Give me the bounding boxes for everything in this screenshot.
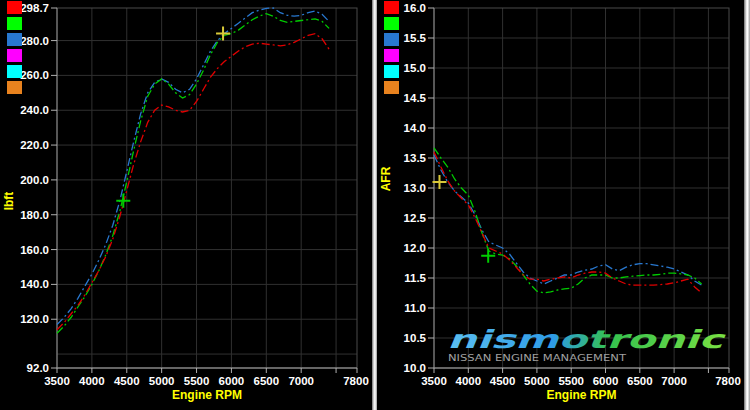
y-tick-label: 16.0 — [404, 2, 426, 14]
x-tick-label: 5000 — [149, 375, 175, 387]
cursor-marker[interactable] — [216, 27, 230, 41]
series-run-red — [434, 152, 702, 293]
legend-swatch[interactable] — [7, 1, 22, 14]
x-tick-label: 6500 — [627, 375, 653, 387]
logo-title: nismotronic — [447, 325, 727, 354]
y-tick-label: 12.5 — [404, 212, 427, 224]
y-tick-label: 10.0 — [404, 362, 426, 374]
afr-chart-panel: 16.015.515.014.514.013.513.012.512.011.5… — [377, 0, 744, 410]
x-tick-label: 4500 — [114, 375, 140, 387]
series-run-blue — [57, 8, 329, 325]
y-tick-label: 14.0 — [404, 122, 426, 134]
y-tick-label: 120.0 — [20, 313, 49, 325]
x-tick-label: 3500 — [44, 375, 70, 387]
legend-swatch[interactable] — [384, 17, 399, 30]
x-tick-label: 5500 — [558, 375, 584, 387]
series-run-blue — [434, 155, 702, 285]
legend-swatch[interactable] — [384, 81, 399, 94]
y-tick-label: 298.7 — [20, 2, 49, 14]
y-tick-label: 240.0 — [20, 104, 49, 116]
legend-swatch[interactable] — [384, 33, 399, 46]
legend-swatch[interactable] — [7, 33, 22, 46]
x-tick-label: 4000 — [456, 375, 482, 387]
legend-swatch[interactable] — [7, 65, 22, 78]
logo-subtitle: NISSAN ENGINE MANAGEMENT — [448, 354, 626, 363]
panel-splitter[interactable] — [744, 0, 750, 410]
x-axis-label: Engine RPM — [57, 388, 357, 402]
y-tick-label: 140.0 — [20, 278, 49, 290]
x-tick-label: 7800 — [343, 375, 369, 387]
y-tick-label: 260.0 — [20, 69, 49, 81]
y-tick-label: 15.5 — [404, 32, 427, 44]
series-legend — [384, 1, 399, 97]
legend-swatch[interactable] — [384, 1, 399, 14]
y-tick-label: 200.0 — [20, 174, 49, 186]
torque-plot[interactable]: 298.7280.0260.0240.0220.0200.0180.0160.0… — [0, 0, 372, 410]
x-tick-label: 7000 — [288, 375, 314, 387]
y-axis-label: AFR — [379, 119, 393, 239]
x-tick-label: 5000 — [524, 375, 550, 387]
x-tick-label: 4500 — [490, 375, 516, 387]
y-tick-label: 11.5 — [404, 272, 426, 284]
x-tick-label: 4000 — [79, 375, 105, 387]
y-tick-label: 10.5 — [404, 332, 427, 344]
y-tick-label: 11.0 — [404, 302, 426, 314]
legend-swatch[interactable] — [384, 49, 399, 62]
y-tick-label: 13.0 — [404, 182, 426, 194]
y-tick-label: 15.0 — [404, 62, 426, 74]
cursor-marker[interactable] — [481, 249, 495, 263]
legend-swatch[interactable] — [7, 17, 22, 30]
x-tick-label: 7800 — [715, 375, 741, 387]
y-tick-label: 280.0 — [20, 35, 49, 47]
torque-chart-panel: 298.7280.0260.0240.0220.0200.0180.0160.0… — [0, 0, 372, 410]
x-tick-label: 5500 — [184, 375, 210, 387]
y-tick-label: 160.0 — [20, 244, 49, 256]
y-tick-label: 180.0 — [20, 209, 49, 221]
nismotronic-dyno-view: 298.7280.0260.0240.0220.0200.0180.0160.0… — [0, 0, 750, 410]
x-axis-label: Engine RPM — [434, 388, 729, 402]
legend-swatch[interactable] — [7, 49, 22, 62]
legend-swatch[interactable] — [384, 65, 399, 78]
y-tick-label: 12.0 — [404, 242, 426, 254]
nismotronic-logo: nismotronic NISSAN ENGINE MANAGEMENT — [445, 325, 735, 367]
cursor-marker[interactable] — [432, 175, 446, 189]
x-tick-label: 6500 — [254, 375, 280, 387]
y-tick-label: 14.5 — [404, 92, 427, 104]
x-tick-label: 6000 — [219, 375, 245, 387]
series-run-red — [57, 34, 329, 330]
y-axis-label: lbft — [2, 141, 16, 261]
x-tick-label: 7000 — [661, 375, 687, 387]
legend-swatch[interactable] — [7, 81, 22, 94]
series-run-green — [434, 148, 702, 293]
x-tick-label: 6000 — [593, 375, 619, 387]
series-legend — [7, 1, 22, 97]
series-run-green — [57, 14, 329, 334]
y-tick-label: 92.0 — [27, 362, 49, 374]
y-tick-label: 220.0 — [20, 139, 49, 151]
x-tick-label: 3500 — [421, 375, 447, 387]
y-tick-label: 13.5 — [404, 152, 427, 164]
